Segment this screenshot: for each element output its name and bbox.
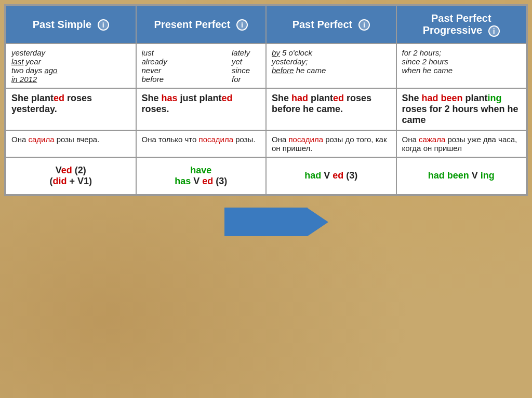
russian-col3: Она посадила розы до того, как он пришел…: [266, 130, 396, 157]
time-col4: for 2 hours; since 2 hours when he came: [396, 44, 527, 88]
example-row: She planted roses yesterday. She has jus…: [6, 88, 526, 130]
header-past-perfect: Past Perfect i: [266, 6, 396, 44]
formula-col1: Ved (2) (did + V1): [6, 157, 136, 195]
russian-col2: Она только что посадила розы.: [136, 130, 267, 157]
info-icon-past-simple[interactable]: i: [98, 19, 109, 31]
direction-arrow: [224, 208, 308, 236]
russian-col1: Она садила розы вчера.: [6, 130, 136, 157]
info-icon-present-perfect[interactable]: i: [236, 19, 248, 31]
main-table-wrapper: Past Simple i Present Perfect i Past Per…: [4, 4, 528, 196]
header-past-simple: Past Simple i: [6, 6, 136, 44]
time-col3: by 5 o'clock yesterday; before he came: [266, 44, 396, 88]
time-expressions-row: yesterday last year two days ago in 2012…: [6, 44, 526, 88]
example-col2: She has just planted roses.: [136, 88, 267, 130]
formula-col4: had been V ing: [396, 157, 527, 195]
header-present-perfect: Present Perfect i: [136, 6, 267, 44]
russian-row: Она садила розы вчера. Она только что по…: [6, 130, 526, 157]
example-col4: She had been planting roses for 2 hours …: [396, 88, 527, 130]
time-col2: justalreadyneverbefore latelyyetsincefor: [136, 44, 267, 88]
russian-col4: Она сажала розы уже два часа, когда он п…: [396, 130, 527, 157]
example-col3: She had planted roses before he came.: [266, 88, 396, 130]
info-icon-past-perfect-progressive[interactable]: i: [488, 25, 500, 37]
formula-col3: had V ed (3): [266, 157, 396, 195]
formula-row: Ved (2) (did + V1) have has V ed (3) had…: [6, 157, 526, 195]
time-col1: yesterday last year two days ago in 2012: [6, 44, 136, 88]
header-past-perfect-progressive: Past Perfect Progressive i: [396, 6, 527, 44]
example-col1: She planted roses yesterday.: [6, 88, 136, 130]
arrow-container: [4, 201, 528, 243]
info-icon-past-perfect[interactable]: i: [358, 19, 370, 31]
formula-col2: have has V ed (3): [136, 157, 267, 195]
